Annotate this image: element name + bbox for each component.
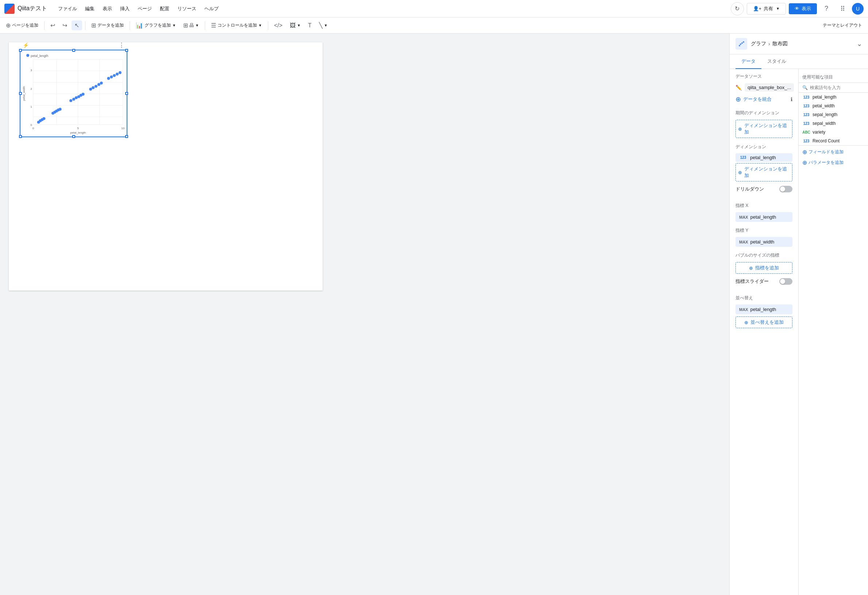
add-blend-row[interactable]: ⊕ データを統合 ℹ [730,93,798,105]
available-field-sepal-length[interactable]: 123 sepal_length [799,110,868,119]
refresh-button[interactable]: ↻ [731,2,744,15]
menu-help[interactable]: ヘルプ [201,4,222,13]
resize-handle-mr[interactable] [125,92,128,95]
add-graph-chevron-icon: ▼ [172,24,176,27]
add-sort-button[interactable]: ⊕ 並べ替えを追加 [735,316,793,328]
resize-handle-ml[interactable] [19,92,22,95]
resize-handle-tl[interactable] [19,49,22,52]
available-field-petal-width[interactable]: 123 petal_width [799,102,868,110]
shape-button[interactable]: ╲ ▼ [316,21,331,30]
add-dim-icon: ⊕ [738,170,742,175]
resize-handle-bl[interactable] [19,135,22,138]
resize-handle-bm[interactable] [72,135,75,138]
resize-handle-tr[interactable] [125,49,128,52]
add-dimension-button[interactable]: ⊕ ディメンションを追加 [735,163,793,182]
app-logo [4,4,15,14]
sort-chip[interactable]: MAX petal_length [735,304,793,314]
field-name-variety: variety [812,130,825,135]
eye-icon: 👁 [795,6,799,11]
field-type-petal-length: 123 [802,95,810,99]
drilldown-toggle[interactable] [779,186,793,192]
add-control-button[interactable]: ☰ コントロールを追加 ▼ [208,21,265,30]
redo-button[interactable]: ↪ [59,21,70,30]
panel-chart-type-label: 散布図 [772,40,788,47]
code-button[interactable]: </> [271,21,285,30]
undo-button[interactable]: ↩ [47,21,58,30]
add-metric-button[interactable]: ⊕ 指標を追加 [735,262,793,274]
sort-label: MAX [739,307,748,312]
chart-widget[interactable]: ⚡ ⋮ petal_length [20,50,127,137]
app-title: Qiitaテスト [18,5,47,12]
menu-file[interactable]: ファイル [55,4,81,13]
svg-point-50 [741,42,743,44]
add-widget-button[interactable]: ⊞ 品 ▼ [180,21,202,30]
view-button[interactable]: 👁 表示 [789,3,817,14]
cursor-icon: ↖ [74,22,79,29]
metric-slider-toggle[interactable] [779,278,793,285]
share-icon: 👤+ [753,6,762,11]
add-sort-label: 並べ替えを追加 [750,319,784,326]
svg-text:0: 0 [32,127,34,130]
svg-text:2: 2 [31,87,32,90]
svg-text:1: 1 [31,105,32,108]
available-field-variety[interactable]: ABC variety [799,128,868,137]
metric-x-chip[interactable]: MAX petal_length [735,212,793,222]
field-type-petal-width: 123 [802,104,810,108]
add-period-dimension-button[interactable]: ⊕ ディメンションを追加 [735,120,793,138]
shape-chevron-icon: ▼ [324,24,328,27]
edit-icon[interactable]: ✏️ [735,85,742,90]
more-options-icon[interactable]: ⋮ [119,41,124,49]
add-parameter-button[interactable]: ⊕ パラメータを追加 [802,159,864,166]
add-field-button[interactable]: ⊕ フィールドを追加 [802,149,864,155]
available-field-record-count[interactable]: 123 Record Count [799,137,868,145]
add-field-icon: ⊕ [802,149,807,155]
resize-handle-tm[interactable] [72,49,75,52]
apps-button[interactable]: ⠿ [836,2,849,15]
dimension-field-chip[interactable]: 123 petal_length [735,153,793,162]
menu-resource[interactable]: リソース [174,4,200,13]
data-source-section-title: データソース [730,69,798,82]
svg-point-51 [743,41,744,43]
toolbar-divider-4 [205,21,205,30]
help-button[interactable]: ? [820,2,833,15]
menu-edit[interactable]: 編集 [81,4,98,13]
available-field-petal-length[interactable]: 123 petal_length [799,93,868,102]
drilldown-label: ドリルダウン [735,186,776,192]
add-blend-label: データを統合 [743,96,772,103]
add-metric-icon: ⊕ [749,265,753,271]
svg-point-40 [94,85,97,88]
add-graph-button[interactable]: 📊 グラフを追加 ▼ [133,21,179,30]
dimension-type-badge: 123 [738,155,748,159]
tab-style[interactable]: スタイル [762,55,792,69]
panel-collapse-button[interactable]: ⌄ [857,40,862,48]
search-icon: 🔍 [802,85,808,90]
metric-slider-knob [780,279,785,284]
user-avatar[interactable]: U [852,3,864,15]
drilldown-toggle-row: ドリルダウン [730,183,798,195]
metric-y-chip[interactable]: MAX petal_width [735,237,793,247]
add-page-button[interactable]: ⊕ ページを追加 [3,21,41,30]
theme-layout-button[interactable]: テーマとレイアウト [820,21,865,30]
menu-insert[interactable]: 挿入 [117,4,133,13]
menu-view[interactable]: 表示 [99,4,116,13]
field-type-variety: ABC [802,130,810,134]
data-source-name[interactable]: qiita_sample_box_... [745,83,794,92]
select-tool-button[interactable]: ↖ [72,21,82,30]
available-items-search[interactable] [810,85,865,90]
toggle-knob [780,186,785,192]
add-data-button[interactable]: ⊞ データを追加 [89,21,127,30]
metric-x-label: MAX [739,215,748,219]
resize-handle-br[interactable] [125,135,128,138]
svg-point-26 [42,117,45,120]
share-button[interactable]: 👤+ 共有 ▼ [747,3,786,15]
tab-data[interactable]: データ [735,55,762,69]
text-button[interactable]: T [305,21,314,30]
metric-slider-label: 指標スライダー [735,278,776,285]
available-field-sepal-width[interactable]: 123 sepal_width [799,119,868,128]
image-button[interactable]: 🖼 ▼ [287,21,304,30]
menu-arrange[interactable]: 配置 [156,4,173,13]
menu-page[interactable]: ページ [134,4,155,13]
available-items-panel: 使用可能な項目 🔍 123 petal_length 123 petal_wid… [799,69,868,595]
toolbar-divider-1 [44,21,44,30]
metric-y-field: petal_width [750,239,774,245]
